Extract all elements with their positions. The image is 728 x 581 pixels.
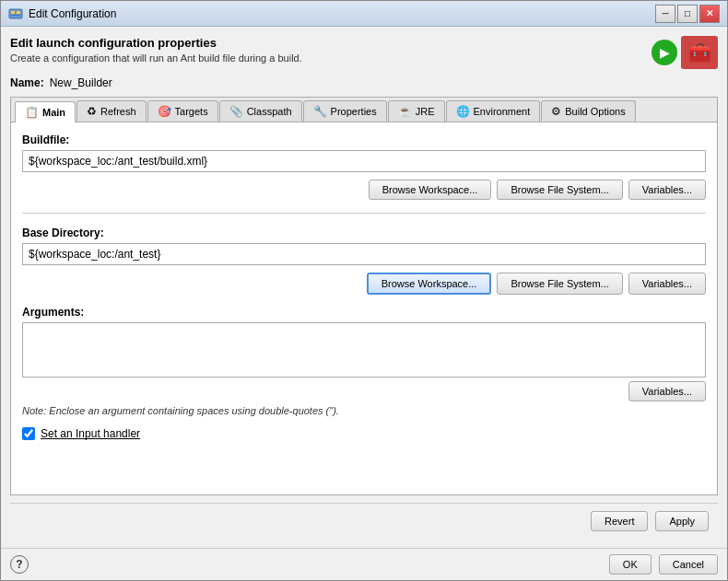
buildfile-browse-filesystem-button[interactable]: Browse File System...	[497, 180, 622, 200]
play-icon: ▶	[652, 40, 677, 65]
header-text: Edit launch configuration properties Cre…	[10, 36, 302, 64]
bottom-buttons: Revert Apply	[10, 503, 718, 539]
base-directory-browse-workspace-button[interactable]: Browse Workspace...	[367, 273, 492, 295]
tab-build-options[interactable]: ⚙ Build Options	[541, 100, 635, 122]
tab-main-content: Buildfile: Browse Workspace... Browse Fi…	[11, 122, 717, 494]
header-title: Edit launch configuration properties	[10, 36, 302, 50]
environment-tab-icon: 🌐	[456, 105, 470, 118]
classpath-tab-icon: 📎	[229, 105, 243, 118]
header-icons: ▶ 🧰	[652, 36, 718, 69]
footer-bar: ? OK Cancel	[1, 548, 727, 580]
svg-rect-1	[11, 11, 15, 14]
tab-jre[interactable]: ☕ JRE	[388, 100, 445, 122]
refresh-tab-icon: ♻	[87, 105, 97, 118]
tab-properties-label: Properties	[331, 106, 377, 117]
tab-environment[interactable]: 🌐 Environment	[446, 100, 541, 122]
targets-tab-icon: 🎯	[158, 105, 171, 118]
input-handler-checkbox[interactable]	[22, 427, 35, 440]
base-directory-section: Base Directory: Browse Workspace... Brow…	[22, 227, 706, 295]
tab-classpath-label: Classpath	[247, 106, 292, 117]
title-bar: Edit Configuration ─ □ ✕	[1, 1, 727, 27]
tab-main-label: Main	[42, 107, 65, 118]
title-bar-left: Edit Configuration	[8, 6, 116, 21]
revert-button[interactable]: Revert	[591, 511, 648, 531]
properties-tab-icon: 🔧	[313, 105, 327, 118]
tab-targets[interactable]: 🎯 Targets	[147, 100, 218, 122]
buildfile-buttons: Browse Workspace... Browse File System..…	[22, 180, 706, 200]
arguments-buttons: Variables...	[22, 381, 706, 401]
buildfile-section: Buildfile: Browse Workspace... Browse Fi…	[22, 134, 706, 200]
base-directory-buttons: Browse Workspace... Browse File System..…	[22, 273, 706, 295]
header-section: Edit launch configuration properties Cre…	[10, 36, 718, 69]
tab-refresh[interactable]: ♻ Refresh	[76, 100, 147, 122]
arguments-textarea[interactable]	[22, 322, 706, 378]
window-title: Edit Configuration	[29, 7, 116, 20]
jre-tab-icon: ☕	[398, 105, 412, 118]
arguments-note: Note: Enclose an argument containing spa…	[22, 405, 706, 416]
minimize-button[interactable]: ─	[655, 5, 675, 23]
footer-buttons: OK Cancel	[609, 554, 718, 575]
buildfile-input[interactable]	[22, 150, 706, 172]
tab-refresh-label: Refresh	[100, 106, 136, 117]
toolbox-icon: 🧰	[681, 36, 718, 69]
name-row: Name: New_Builder	[10, 76, 718, 89]
tab-environment-label: Environment	[474, 106, 531, 117]
divider-1	[22, 213, 706, 214]
title-bar-controls: ─ □ ✕	[655, 5, 720, 23]
edit-configuration-window: Edit Configuration ─ □ ✕ Edit launch con…	[0, 0, 728, 581]
svg-rect-3	[11, 15, 20, 16]
svg-rect-2	[17, 11, 20, 14]
tab-classpath[interactable]: 📎 Classpath	[219, 100, 302, 122]
maximize-button[interactable]: □	[677, 5, 698, 23]
tab-properties[interactable]: 🔧 Properties	[303, 100, 387, 122]
close-button[interactable]: ✕	[699, 5, 720, 23]
help-icon[interactable]: ?	[10, 555, 29, 574]
build-options-tab-icon: ⚙	[551, 105, 561, 118]
base-directory-variables-button[interactable]: Variables...	[628, 273, 706, 295]
input-handler-row: Set an Input handler	[22, 427, 706, 440]
cancel-button[interactable]: Cancel	[659, 554, 718, 575]
name-value: New_Builder	[50, 76, 112, 89]
main-content: Edit launch configuration properties Cre…	[1, 27, 727, 548]
base-directory-label: Base Directory:	[22, 227, 706, 239]
tab-jre-label: JRE	[416, 106, 435, 117]
main-panel: 📋 Main ♻ Refresh 🎯 Targets 📎 Classpath 🔧	[10, 97, 718, 495]
base-directory-input[interactable]	[22, 243, 706, 265]
ok-button[interactable]: OK	[609, 554, 652, 575]
arguments-variables-button[interactable]: Variables...	[628, 381, 706, 401]
arguments-label: Arguments:	[22, 306, 706, 319]
name-label: Name:	[10, 76, 44, 89]
arguments-section: Arguments: Variables... Note: Enclose an…	[22, 306, 706, 416]
base-directory-browse-filesystem-button[interactable]: Browse File System...	[497, 273, 622, 295]
window-icon	[8, 6, 23, 21]
buildfile-browse-workspace-button[interactable]: Browse Workspace...	[369, 180, 492, 200]
main-tab-icon: 📋	[25, 106, 39, 119]
apply-button[interactable]: Apply	[655, 511, 709, 531]
tab-main[interactable]: 📋 Main	[15, 101, 76, 122]
buildfile-label: Buildfile:	[22, 134, 706, 146]
input-handler-label: Set an Input handler	[41, 427, 140, 440]
tab-targets-label: Targets	[175, 106, 208, 117]
buildfile-variables-button[interactable]: Variables...	[628, 180, 706, 200]
tabs-bar: 📋 Main ♻ Refresh 🎯 Targets 📎 Classpath 🔧	[11, 98, 717, 122]
header-description: Create a configuration that will run an …	[10, 52, 302, 64]
tab-build-options-label: Build Options	[565, 106, 625, 117]
